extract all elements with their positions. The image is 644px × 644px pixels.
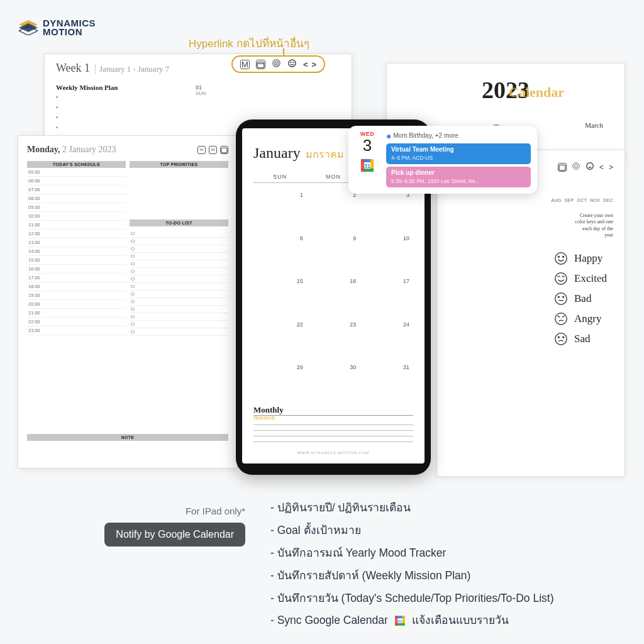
svg-point-22 (555, 252, 567, 264)
svg-point-28 (563, 296, 564, 297)
month-name-en: January (253, 145, 301, 161)
svg-point-21 (587, 163, 594, 170)
svg-point-7 (276, 63, 277, 64)
svg-point-8 (289, 60, 296, 67)
feature-item: - บันทึกรายวัน (Today's Schedule/Top Pri… (270, 587, 619, 610)
mood-prev[interactable]: < (599, 163, 604, 172)
notify-badge: Notify by Google Calendar (104, 523, 245, 547)
svg-point-23 (558, 256, 559, 257)
week-day-column: 01 SUN (196, 84, 340, 96)
calendar-link-icon[interactable] (256, 60, 265, 69)
svg-rect-3 (257, 62, 264, 67)
svg-line-32 (562, 316, 565, 317)
priorities-heading: TOP PRIORITIES (130, 161, 228, 168)
schedule-hours: 05:0006:0007:0008:0009:0010:0011:0012:00… (27, 168, 126, 335)
feature-item: - Goal ตั้งเป้าหมาย (270, 519, 619, 542)
svg-point-25 (555, 272, 567, 284)
year-script: Calendar (509, 84, 564, 101)
svg-line-31 (558, 316, 560, 317)
logo-icon (19, 20, 38, 35)
svg-point-19 (573, 163, 580, 170)
google-calendar-widget: WED 3 31 ● Mom Birthday, +2 more Virtual… (348, 126, 537, 194)
svg-point-20 (574, 164, 577, 167)
note-heading: NOTE (27, 434, 228, 441)
mood-link-icon[interactable] (287, 58, 297, 70)
brand-logo: DYNAMICS MOTION (19, 19, 96, 37)
week-date-range: January 1 - January 7 (95, 64, 169, 74)
week-number: Week 1 (56, 62, 90, 75)
daily-plan-page: Monday, 2 January 2023 W M TODAY'S SCHED… (18, 135, 238, 469)
hyperlink-toolbar: M < > (231, 55, 325, 73)
month-grid: 1238910151617222324293031 (253, 189, 413, 405)
footer-url: WWW.DYNAMICS-MOTION.COM (253, 451, 413, 455)
gcal-events: Virtual Team Meeting4–5 PM, ACD-USPick u… (386, 143, 531, 187)
next-arrow[interactable]: > (312, 60, 317, 69)
goal-icon[interactable] (572, 162, 580, 172)
schedule-heading: TODAY'S SCHEDULE (27, 161, 126, 168)
goal-link-icon[interactable] (272, 58, 281, 70)
svg-text:31: 31 (397, 619, 402, 623)
svg-point-27 (558, 296, 559, 297)
todo-list: OOOOOOOOOOOOOO (130, 230, 228, 336)
calendar-link-icon-2[interactable] (220, 146, 228, 154)
mood-tracker-page: < > r AUGSEPOCTNOVDEC Create your owncol… (436, 150, 625, 477)
mood-next[interactable]: > (609, 163, 613, 172)
prev-arrow[interactable]: < (303, 60, 308, 69)
feature-item: - บันทึกอารมณ์ Yearly Mood Tracker (270, 542, 619, 565)
todo-heading: TO-DO LIST (130, 219, 228, 226)
svg-point-26 (555, 292, 567, 304)
google-calendar-icon: 31 (359, 157, 375, 174)
svg-point-30 (555, 313, 567, 324)
svg-rect-11 (221, 148, 227, 153)
feature-item-sync: - Sync Google Calendar 31 แจ้งเตือนแบบรา… (270, 609, 619, 632)
svg-point-34 (558, 336, 559, 338)
gcal-day: 3 (355, 137, 380, 153)
svg-rect-40 (395, 616, 397, 626)
bottom-section: For IPad only* Notify by Google Calendar… (0, 497, 644, 632)
month-name-th: มกราคม (306, 149, 344, 160)
svg-point-33 (555, 333, 567, 344)
gcal-allday: ● Mom Birthday, +2 more (386, 131, 531, 141)
month-link-icon-2[interactable]: M (209, 146, 217, 154)
svg-point-9 (291, 62, 291, 63)
daily-dow: Monday, (27, 145, 60, 154)
google-calendar-icon: 31 (394, 614, 406, 627)
month-link-icon[interactable]: M (240, 60, 250, 69)
svg-rect-18 (559, 165, 565, 170)
brand-line2: MOTION (43, 28, 96, 36)
svg-point-35 (563, 336, 564, 338)
svg-point-24 (563, 256, 564, 257)
features-list: - ปฏิทินรายปี/ ปฏิทินรายเดือน - Goal ตั้… (270, 497, 619, 632)
svg-text:31: 31 (364, 163, 370, 169)
mood-hint: Create your owncolor keys and rateeach d… (448, 213, 613, 239)
mood-months: AUGSEPOCTNOVDEC (448, 198, 613, 203)
feature-item: - ปฏิทินรายปี/ ปฏิทินรายเดือน (270, 497, 619, 519)
ipad-only-note: For IPad only* (50, 506, 245, 516)
daily-date: 2 January 2023 (62, 145, 116, 154)
mood-legend: HappyExcitedBadAngrySad (448, 252, 613, 346)
svg-point-10 (293, 62, 294, 63)
calendar-icon[interactable] (558, 163, 567, 172)
feature-item: - บันทึกรายสัปดาห์ (Weekly Mission Plan) (270, 565, 619, 587)
smile-icon[interactable] (586, 162, 594, 172)
week-link-icon[interactable]: W (197, 146, 206, 154)
